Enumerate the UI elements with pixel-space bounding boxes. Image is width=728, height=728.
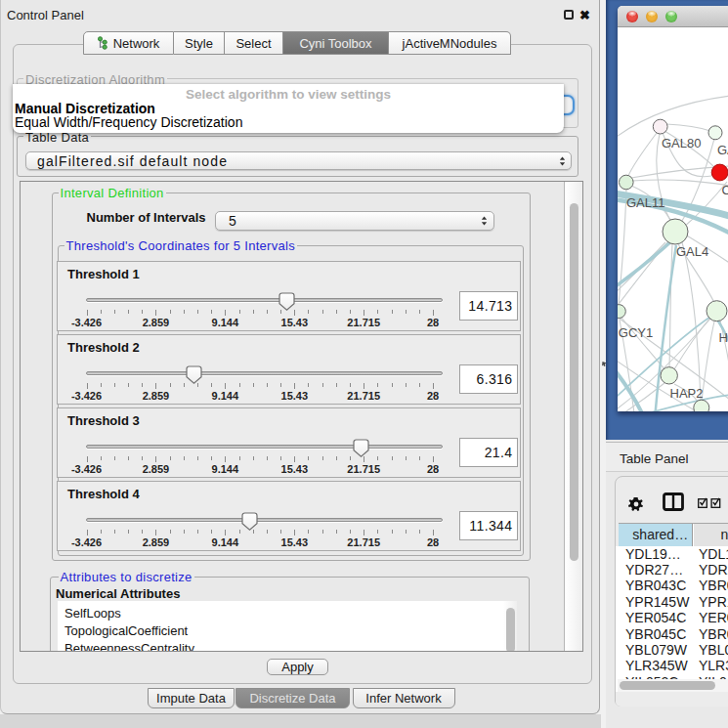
svg-text:HI: HI bbox=[719, 330, 728, 345]
svg-text:GAL11: GAL11 bbox=[626, 195, 665, 210]
svg-text:GAL80: GAL80 bbox=[662, 136, 701, 150]
svg-text:GA: GA bbox=[717, 143, 728, 157]
svg-text:CY: CY bbox=[722, 183, 728, 197]
svg-text:GCY1: GCY1 bbox=[619, 325, 653, 340]
svg-text:GAL4: GAL4 bbox=[676, 244, 708, 259]
svg-text:HAP2: HAP2 bbox=[670, 386, 704, 401]
